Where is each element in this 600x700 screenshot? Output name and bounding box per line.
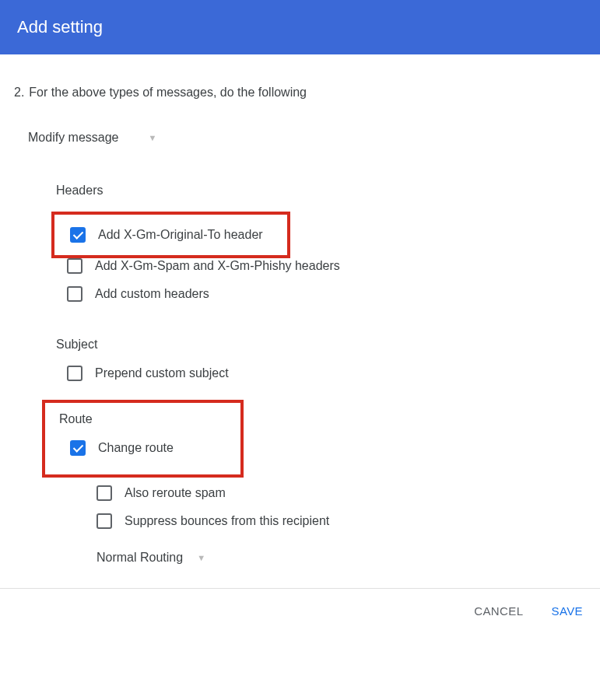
option-change-route[interactable]: Change route (70, 440, 240, 456)
headers-label: Headers (56, 184, 586, 198)
option-add-spam-phishy[interactable]: Add X-Gm-Spam and X-Gm-Phishy headers (67, 258, 586, 274)
route-label: Route (59, 412, 240, 426)
checkbox-add-custom-headers[interactable] (67, 286, 82, 302)
checkbox-reroute-spam[interactable] (96, 485, 112, 501)
content-pane: 2. For the above types of messages, do t… (0, 54, 600, 583)
cancel-button[interactable]: CANCEL (474, 604, 523, 618)
step-number: 2. (14, 86, 24, 100)
page-title: Add setting (0, 0, 600, 54)
action-dropdown[interactable]: Modify message ▼ (28, 131, 156, 145)
option-label: Change route (98, 441, 174, 455)
headers-section: Headers Add X-Gm-Original-To header Add … (14, 184, 586, 302)
dropdown-arrow-icon: ▼ (197, 553, 205, 562)
subject-section: Subject Prepend custom subject (14, 338, 586, 381)
checkbox-prepend-subject[interactable] (67, 366, 82, 381)
option-label: Prepend custom subject (95, 366, 229, 380)
step-heading: 2. For the above types of messages, do t… (14, 86, 586, 100)
route-section: Route Change route Also reroute spam Sup… (14, 400, 586, 583)
highlight-headers: Add X-Gm-Original-To header (51, 212, 290, 258)
option-suppress-bounces[interactable]: Suppress bounces from this recipient (96, 513, 586, 529)
checkbox-add-spam-phishy[interactable] (67, 258, 82, 274)
option-label: Add custom headers (95, 287, 209, 301)
option-reroute-spam[interactable]: Also reroute spam (96, 485, 586, 501)
dropdown-arrow-icon: ▼ (149, 133, 157, 142)
option-label: Add X-Gm-Original-To header (98, 228, 263, 242)
option-prepend-subject[interactable]: Prepend custom subject (67, 366, 586, 381)
option-add-custom-headers[interactable]: Add custom headers (67, 286, 586, 302)
highlight-route: Route Change route (42, 400, 244, 478)
checkbox-suppress-bounces[interactable] (96, 513, 112, 529)
action-dropdown-label: Modify message (28, 131, 119, 145)
option-label: Add X-Gm-Spam and X-Gm-Phishy headers (95, 259, 340, 273)
save-button[interactable]: SAVE (551, 604, 583, 618)
option-label: Suppress bounces from this recipient (125, 514, 329, 528)
option-label: Also reroute spam (125, 486, 226, 500)
routing-dropdown-label: Normal Routing (96, 551, 183, 565)
checkbox-add-original-to[interactable] (70, 227, 86, 243)
checkbox-change-route[interactable] (70, 440, 86, 456)
option-add-original-to[interactable]: Add X-Gm-Original-To header (70, 227, 287, 243)
subject-label: Subject (56, 338, 586, 352)
footer: CANCEL SAVE (0, 588, 600, 633)
step-text: For the above types of messages, do the … (29, 86, 307, 100)
routing-dropdown[interactable]: Normal Routing ▼ (96, 551, 205, 565)
